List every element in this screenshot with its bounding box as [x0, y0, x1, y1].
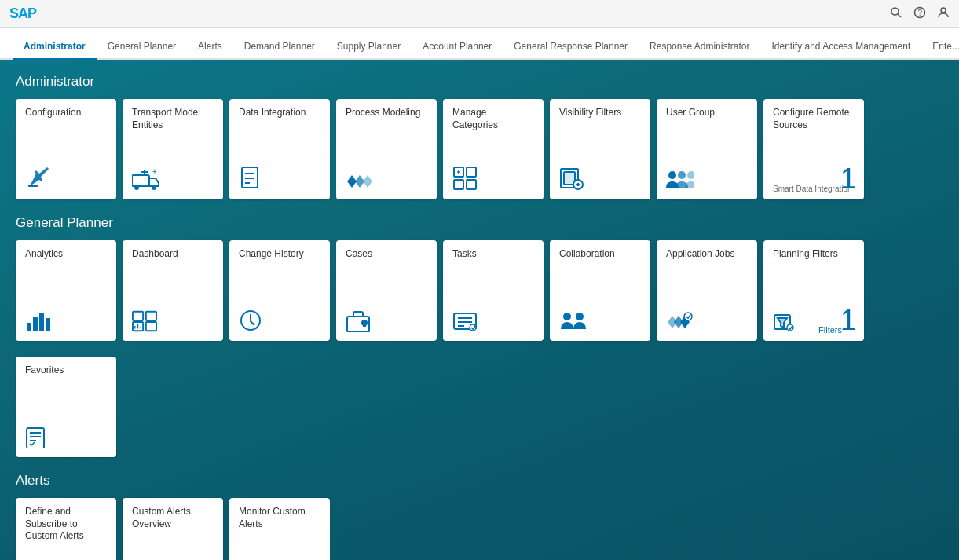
configuration-icon — [25, 159, 107, 193]
tile-transport-model[interactable]: Transport Model Entities + — [123, 99, 223, 199]
tile-data-integration-title: Data Integration — [239, 107, 320, 119]
tile-define-subscribe-title: Define and Subscribe to Custom Alerts — [25, 506, 107, 543]
svg-rect-5 — [28, 185, 38, 187]
tile-process-modeling-title: Process Modeling — [346, 107, 427, 119]
svg-rect-17 — [467, 167, 476, 177]
tile-planning-filters[interactable]: Planning Filters 1 Filters — [763, 240, 864, 341]
nav-item-alerts[interactable]: Alerts — [187, 33, 233, 60]
process-modeling-icon — [346, 166, 427, 193]
planning-filters-number: 1 — [840, 306, 856, 335]
tile-configuration[interactable]: Configuration — [16, 99, 116, 199]
svg-point-26 — [678, 171, 686, 179]
nav-item-other[interactable]: Ente... — [921, 33, 959, 60]
svg-rect-18 — [454, 180, 463, 189]
tasks-icon — [452, 304, 534, 335]
tile-manage-categories-title: Manage Categories — [452, 107, 534, 131]
tile-define-subscribe-alerts[interactable]: Define and Subscribe to Custom Alerts 8 — [16, 498, 116, 560]
nav-item-response-admin[interactable]: Response Administrator — [639, 33, 760, 60]
nav-item-account-planner[interactable]: Account Planner — [412, 33, 503, 60]
tile-configuration-title: Configuration — [25, 107, 107, 119]
nav-item-general-planner[interactable]: General Planner — [97, 33, 187, 60]
tile-application-jobs[interactable]: Application Jobs — [657, 240, 757, 341]
tile-analytics[interactable]: Analytics — [16, 240, 116, 341]
tile-user-group[interactable]: User Group — [657, 99, 757, 199]
tile-favorites[interactable]: Favorites — [16, 357, 116, 457]
help-icon[interactable]: ? — [913, 6, 926, 22]
svg-rect-29 — [33, 317, 38, 331]
data-integration-icon — [239, 159, 320, 193]
tile-transport-title: Transport Model Entities — [132, 107, 214, 131]
svg-point-49 — [684, 313, 692, 320]
cases-icon — [346, 304, 427, 335]
svg-rect-35 — [146, 322, 156, 331]
search-icon[interactable] — [890, 6, 902, 22]
svg-point-0 — [891, 8, 899, 15]
svg-text:+: + — [152, 169, 157, 176]
tile-application-jobs-title: Application Jobs — [666, 248, 748, 261]
nav-item-general-response-planner[interactable]: General Response Planner — [503, 33, 639, 60]
collaboration-icon — [559, 304, 641, 335]
svg-point-7 — [134, 185, 139, 190]
tile-cases-title: Cases — [346, 248, 427, 261]
tile-monitor-custom-alerts-title: Monitor Custom Alerts — [239, 506, 320, 530]
visibility-filters-icon — [559, 159, 641, 193]
user-group-icon — [666, 163, 748, 193]
svg-rect-28 — [27, 323, 31, 331]
tile-visibility-filters-title: Visibility Filters — [559, 107, 641, 119]
svg-rect-30 — [39, 313, 44, 331]
nav-item-identity-access[interactable]: Identify and Access Management — [760, 33, 921, 60]
tile-custom-alerts-overview-title: Custom Alerts Overview — [132, 506, 214, 530]
manage-categories-icon — [452, 159, 534, 193]
tile-tasks[interactable]: Tasks — [443, 240, 544, 341]
tile-user-group-title: User Group — [666, 107, 748, 119]
favorites-icon — [25, 420, 107, 451]
tile-monitor-custom-alerts[interactable]: Monitor Custom Alerts 256 — [229, 498, 330, 560]
tile-change-history[interactable]: Change History — [229, 240, 330, 341]
tile-cases[interactable]: Cases — [336, 240, 437, 341]
alerts-section-title: Alerts — [16, 473, 943, 489]
main-content: Administrator Configuration Transport Mo… — [0, 60, 959, 560]
svg-point-48 — [576, 313, 584, 320]
svg-point-41 — [362, 320, 367, 325]
svg-line-1 — [898, 14, 901, 17]
nav-bar: Administrator General Planner Alerts Dem… — [0, 28, 959, 60]
tile-collaboration[interactable]: Collaboration — [550, 240, 650, 341]
nav-item-administrator[interactable]: Administrator — [13, 33, 97, 60]
nav-item-demand-planner[interactable]: Demand Planner — [233, 33, 326, 60]
svg-text:?: ? — [918, 9, 923, 17]
top-bar-icons: ? — [890, 6, 950, 22]
svg-rect-32 — [133, 312, 143, 320]
tile-data-integration[interactable]: Data Integration — [229, 99, 330, 199]
tile-custom-alerts-overview[interactable]: Custom Alerts Overview 256 — [123, 498, 223, 560]
tile-analytics-title: Analytics — [25, 248, 107, 261]
tile-change-history-title: Change History — [239, 248, 320, 261]
svg-point-47 — [563, 313, 571, 320]
tile-dashboard-title: Dashboard — [132, 248, 214, 261]
user-icon[interactable] — [937, 6, 950, 22]
dashboard-icon — [132, 304, 214, 335]
top-bar: SAP ? — [0, 0, 959, 28]
nav-item-supply-planner[interactable]: Supply Planner — [326, 33, 412, 60]
svg-rect-31 — [46, 318, 50, 331]
tile-configure-remote-sources[interactable]: Configure Remote Sources Smart Data Inte… — [763, 99, 864, 199]
planning-filters-label: Filters — [818, 325, 842, 335]
transport-icon: + — [132, 163, 214, 193]
tile-dashboard[interactable]: Dashboard — [123, 240, 223, 341]
sap-logo: SAP — [9, 5, 36, 22]
svg-point-27 — [687, 171, 694, 179]
tile-manage-categories[interactable]: Manage Categories — [443, 99, 544, 199]
tile-favorites-title: Favorites — [25, 364, 107, 377]
tile-process-modeling[interactable]: Process Modeling — [336, 99, 437, 199]
svg-rect-52 — [27, 428, 44, 448]
general-planner-tile-grid: Analytics Dashboard — [16, 240, 943, 341]
svg-rect-33 — [146, 312, 156, 320]
svg-rect-6 — [132, 175, 149, 186]
tile-tasks-title: Tasks — [452, 248, 534, 261]
svg-point-8 — [152, 185, 156, 190]
favorites-tile-grid: Favorites — [16, 357, 943, 457]
tile-visibility-filters[interactable]: Visibility Filters — [550, 99, 650, 199]
alerts-tile-grid: Define and Subscribe to Custom Alerts 8 … — [16, 498, 943, 560]
admin-tile-grid: Configuration Transport Model Entities — [16, 99, 943, 199]
configure-remote-sources-number: 1 — [840, 165, 856, 193]
admin-section-title: Administrator — [16, 74, 943, 90]
